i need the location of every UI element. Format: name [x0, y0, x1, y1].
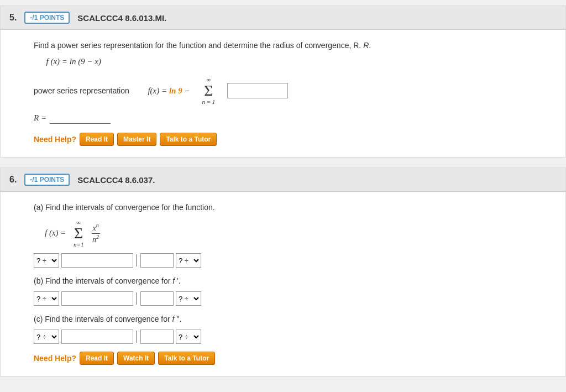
interval-input-a-left[interactable] — [61, 253, 133, 268]
question-5-points: -/1 POINTS — [24, 12, 70, 24]
interval-input-b-left[interactable] — [61, 291, 133, 306]
question-6-header: 6. -/1 POINTS SCALCCC4 8.6.037. — [1, 168, 565, 192]
question-5-id: SCALCCC4 8.6.013.MI. — [77, 13, 166, 23]
question-6-id: SCALCCC4 8.6.037. — [77, 175, 155, 185]
sigma-bottom-6: n=1 — [74, 241, 83, 248]
part-b-label: (b) Find the intervals of convergence fo… — [34, 275, 543, 287]
question-5-block: 5. -/1 POINTS SCALCCC4 8.6.013.MI. Find … — [0, 6, 566, 158]
talk-tutor-button-5[interactable]: Talk to a Tutor — [160, 133, 217, 146]
interval-input-a-right[interactable] — [140, 253, 174, 268]
divider-b — [137, 292, 137, 305]
power-series-answer-input[interactable] — [227, 83, 288, 98]
function-display-6: f (x) = ∞ Σ n=1 xn n2 — [45, 219, 543, 248]
sigma-bottom-5: n = 1 — [202, 98, 215, 105]
question-5-header: 5. -/1 POINTS SCALCCC4 8.6.013.MI. — [1, 6, 565, 30]
spinner-a-left[interactable]: ? ÷ — [34, 253, 59, 268]
part-a: (a) Find the intervals of convergence fo… — [34, 202, 543, 268]
spinner-a-right[interactable]: ? ÷ — [176, 253, 201, 268]
ps-label: power series representation — [34, 86, 129, 95]
talk-tutor-button-6[interactable]: Talk to a Tutor — [158, 352, 215, 365]
page-wrapper: 5. -/1 POINTS SCALCCC4 8.6.013.MI. Find … — [0, 0, 566, 392]
need-help-row-5: Need Help? Read It Master It Talk to a T… — [34, 133, 543, 146]
interval-input-c-left[interactable] — [61, 330, 133, 344]
spinner-c-right[interactable]: ? ÷ — [176, 330, 201, 344]
question-6-points: -/1 POINTS — [24, 174, 70, 186]
interval-row-a: ? ÷ ? ÷ — [34, 253, 543, 268]
question-6-block: 6. -/1 POINTS SCALCCC4 8.6.037. (a) Find… — [0, 168, 566, 377]
question-5-number: 5. — [9, 13, 17, 23]
spinner-b-left[interactable]: ? ÷ — [34, 291, 59, 306]
part-a-label: (a) Find the intervals of convergence fo… — [34, 202, 543, 213]
need-help-label-5: Need Help? — [34, 135, 76, 144]
problem-text-5: Find a power series representation for t… — [34, 40, 543, 51]
r-input[interactable] — [50, 112, 111, 124]
spinner-b-right[interactable]: ? ÷ — [176, 291, 201, 306]
sigma-symbol-5: Σ — [204, 83, 213, 98]
part-b: (b) Find the intervals of convergence fo… — [34, 275, 543, 306]
read-it-button-5[interactable]: Read It — [80, 133, 114, 146]
interval-row-c: ? ÷ ? ÷ — [34, 330, 543, 344]
interval-input-c-right[interactable] — [140, 330, 174, 344]
sigma-symbol-6: Σ — [74, 226, 83, 241]
need-help-label-6: Need Help? — [34, 354, 76, 363]
r-label: R = — [34, 113, 46, 123]
need-help-row-6: Need Help? Read It Watch It Talk to a Tu… — [34, 352, 543, 365]
fraction-xn-n2: xn n2 — [91, 222, 100, 244]
watch-it-button-6[interactable]: Watch It — [117, 352, 155, 365]
r-row: R = — [34, 112, 543, 124]
fx-expr: f(x) = ln 9 − — [148, 86, 190, 96]
function-display-5: f (x) = ln (9 − x) — [34, 57, 543, 66]
spinner-c-left[interactable]: ? ÷ — [34, 330, 59, 344]
power-series-row: power series representation f(x) = ln 9 … — [34, 76, 543, 105]
question-5-body: Find a power series representation for t… — [1, 30, 565, 157]
divider-a — [137, 254, 137, 266]
read-it-button-6[interactable]: Read It — [80, 352, 114, 365]
divider-c — [137, 331, 137, 343]
master-it-button-5[interactable]: Master It — [117, 133, 156, 146]
part-c-label: (c) Find the intervals of convergence fo… — [34, 313, 543, 325]
interval-row-b: ? ÷ ? ÷ — [34, 291, 543, 306]
question-6-body: (a) Find the intervals of convergence fo… — [1, 192, 565, 376]
interval-input-b-right[interactable] — [140, 291, 174, 306]
part-c: (c) Find the intervals of convergence fo… — [34, 313, 543, 344]
question-6-number: 6. — [9, 175, 17, 185]
